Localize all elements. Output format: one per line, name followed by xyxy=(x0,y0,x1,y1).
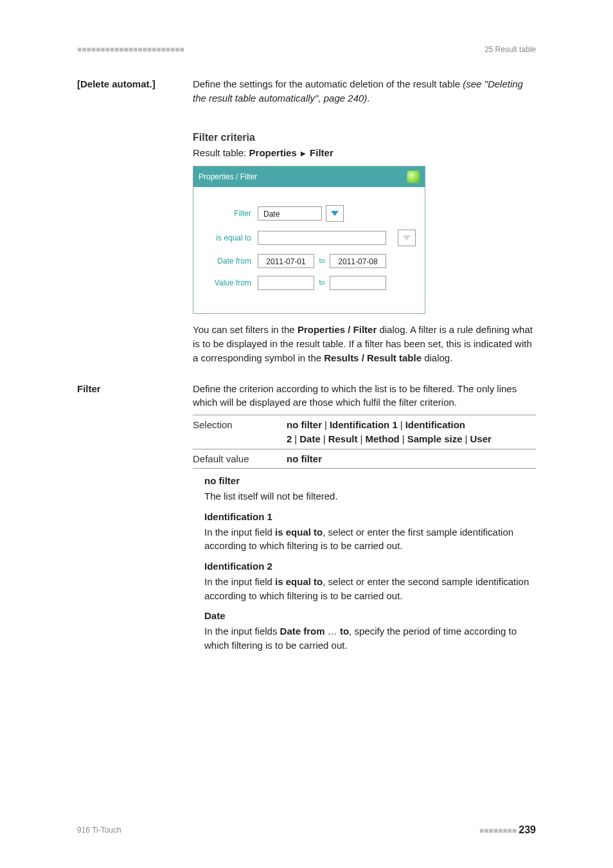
text: In the input field xyxy=(204,576,275,587)
text-bold: Results / Result table xyxy=(324,352,422,363)
row-date-from: Date from 2011-07-01 to 2011-07-08 xyxy=(202,254,416,268)
table-row: Default value no filter xyxy=(193,449,536,469)
def-identification-2: Identification 2 In the input field is e… xyxy=(204,559,536,602)
term: Date xyxy=(204,609,536,623)
delete-automat-text: Define the settings for the automatic de… xyxy=(193,77,536,105)
text: Define the settings for the automatic de… xyxy=(193,78,463,89)
label-to: to xyxy=(314,256,330,266)
block-filter: Filter Define the criterion according to… xyxy=(77,382,536,659)
label-to-2: to xyxy=(314,278,330,288)
path-properties: Properties xyxy=(249,147,297,158)
field-date-to[interactable]: 2011-07-08 xyxy=(330,254,386,268)
field-value-from[interactable] xyxy=(258,276,314,290)
text: … xyxy=(325,626,340,637)
dialog-titlebar: Properties / Filter xyxy=(193,167,425,187)
text: In the input field xyxy=(204,527,275,538)
field-is-equal-to[interactable] xyxy=(258,231,386,245)
table-row: Selection no filter|Identification 1|Ide… xyxy=(193,415,536,449)
opt: Date xyxy=(299,433,321,444)
text: dialog. xyxy=(422,352,452,363)
label-filter-section: Filter xyxy=(77,382,193,659)
dialog-title: Properties / Filter xyxy=(199,172,257,183)
text-bold: Properties / Filter xyxy=(298,324,377,335)
def-identification-1: Identification 1 In the input field is e… xyxy=(204,510,536,553)
header-section: 25 Result table xyxy=(484,45,536,54)
page-number: 239 xyxy=(519,824,536,835)
path-filter-criteria: Result table: Properties ▶ Filter xyxy=(193,146,536,160)
row-filter: Filter Date xyxy=(202,205,416,222)
label-filter: Filter xyxy=(202,208,258,219)
dropdown-button[interactable] xyxy=(326,205,344,222)
filter-intro: Define the criterion according to which … xyxy=(193,382,536,410)
status-indicator-icon xyxy=(407,170,420,183)
text-bold: to xyxy=(340,626,349,637)
row-value-from: Value from to xyxy=(202,276,416,290)
label-delete-automat: [Delete automat.] xyxy=(77,77,193,111)
text: Result table: xyxy=(193,147,249,158)
default-value: no filter xyxy=(287,453,322,464)
opt: Method xyxy=(365,433,399,444)
field-value-to[interactable] xyxy=(330,276,386,290)
term: Identification 1 xyxy=(204,510,536,524)
selection-label: Selection xyxy=(193,415,287,449)
label-value-from: Value from xyxy=(202,278,258,289)
triangle-icon: ▶ xyxy=(299,149,307,159)
opt: User xyxy=(470,433,491,444)
text-bold: is equal to xyxy=(275,576,323,587)
term: Identification 2 xyxy=(204,559,536,574)
label-is-equal-to: is equal to xyxy=(202,233,258,244)
desc: The list itself will not be filtered. xyxy=(204,489,536,503)
text-bold: is equal to xyxy=(275,527,323,538)
footer-decor: ■■■■■■■■ xyxy=(479,826,517,835)
desc: In the input fields Date from … to, spec… xyxy=(204,624,536,653)
footer-product: 916 Ti-Touch xyxy=(77,826,121,835)
page-footer: 916 Ti-Touch ■■■■■■■■ 239 xyxy=(77,824,536,836)
page: ■■■■■■■■■■■■■■■■■■■■■■■ 25 Result table … xyxy=(0,0,613,868)
selection-table: Selection no filter|Identification 1|Ide… xyxy=(193,415,536,469)
opt: Result xyxy=(328,433,358,444)
opt: Identification 1 xyxy=(330,419,398,430)
header-decor: ■■■■■■■■■■■■■■■■■■■■■■■ xyxy=(77,45,184,54)
opt: no filter xyxy=(287,419,322,430)
def-no-filter: no filter The list itself will not be fi… xyxy=(204,474,536,503)
field-date-from[interactable]: 2011-07-01 xyxy=(258,254,314,268)
text-bold: Date from xyxy=(280,626,325,637)
text: You can set filters in the xyxy=(193,324,298,335)
after-dialog-paragraph: You can set filters in the Properties / … xyxy=(193,323,536,365)
text: . xyxy=(367,93,369,104)
field-filter[interactable]: Date xyxy=(258,206,322,221)
heading-filter-criteria: Filter criteria xyxy=(193,130,536,145)
default-label: Default value xyxy=(193,449,287,469)
term: no filter xyxy=(204,474,536,488)
text: In the input fields xyxy=(204,626,280,637)
dialog-properties-filter: Properties / Filter Filter Date is equal… xyxy=(193,166,425,314)
path-filter: Filter xyxy=(310,147,333,158)
block-filter-criteria: Filter criteria Result table: Properties… xyxy=(77,117,536,370)
selection-options: no filter|Identification 1|Identificatio… xyxy=(287,415,536,449)
opt: Sample size xyxy=(407,433,463,444)
page-header: ■■■■■■■■■■■■■■■■■■■■■■■ 25 Result table xyxy=(77,45,536,54)
definitions: no filter The list itself will not be fi… xyxy=(193,474,536,652)
row-is-equal-to: is equal to xyxy=(202,230,416,246)
desc: In the input field is equal to, select o… xyxy=(204,575,536,603)
block-delete-automat: [Delete automat.] Define the settings fo… xyxy=(77,77,536,111)
dialog-body: Filter Date is equal to xyxy=(193,187,425,313)
desc: In the input field is equal to, select o… xyxy=(204,525,536,554)
dropdown-button-disabled xyxy=(398,230,416,246)
def-date: Date In the input fields Date from … to,… xyxy=(204,609,536,652)
label-date-from: Date from xyxy=(202,256,258,267)
